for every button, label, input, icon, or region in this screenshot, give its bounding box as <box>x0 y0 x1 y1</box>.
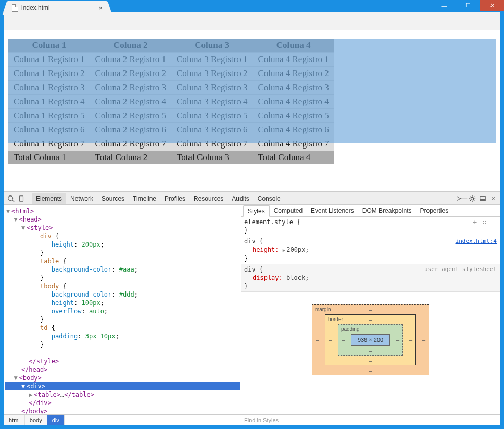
table-header: Coluna 1 <box>8 39 90 53</box>
settings-icon[interactable] <box>468 194 477 203</box>
table-cell: Coluna 3 Registro 6 <box>171 123 253 137</box>
devtools-main: ▼<html> ▼<head> ▼<style> div { height: 2… <box>4 205 500 425</box>
table-row: Coluna 1 Registro 6Coluna 2 Registro 6Co… <box>8 123 334 137</box>
table-row: Coluna 1 Registro 1Coluna 2 Registro 1Co… <box>8 53 334 67</box>
table-row: Coluna 1 Registro 2Coluna 2 Registro 2Co… <box>8 67 334 81</box>
drawer-icon[interactable]: ≻─ <box>457 194 467 203</box>
table-cell: Coluna 4 Registro 3 <box>253 81 334 95</box>
svg-line-9 <box>474 200 474 201</box>
table-header: Coluna 2 <box>90 39 171 53</box>
table-cell: Coluna 2 Registro 6 <box>90 123 171 137</box>
elements-panel: ▼<html> ▼<head> ▼<style> div { height: 2… <box>4 205 241 425</box>
style-rule-div[interactable]: index.html:4 div { height: ▶200px; } <box>241 236 500 264</box>
table-cell: Coluna 2 Registro 4 <box>90 95 171 109</box>
table-cell: Coluna 3 Registro 1 <box>171 53 253 67</box>
table-cell: Coluna 4 Registro 6 <box>253 123 334 137</box>
svg-line-10 <box>470 200 471 201</box>
table-cell: Coluna 1 Registro 7 <box>8 137 90 151</box>
table-cell: Coluna 4 Registro 4 <box>253 95 334 109</box>
find-in-styles[interactable]: Find in Styles <box>241 414 500 425</box>
table-cell: Coluna 1 Registro 4 <box>8 95 90 109</box>
page-viewport: Coluna 1Coluna 2Coluna 3Coluna 4 Coluna … <box>4 30 500 191</box>
file-icon <box>12 4 18 12</box>
table-cell: Coluna 2 Registro 2 <box>90 67 171 81</box>
svg-line-1 <box>12 200 15 202</box>
table-cell: Coluna 3 Registro 7 <box>171 137 253 151</box>
devtools-close-icon[interactable]: × <box>488 194 498 203</box>
svg-point-0 <box>8 195 13 200</box>
table-cell: Coluna 2 Registro 1 <box>90 53 171 67</box>
table-row: Coluna 1 Registro 5Coluna 2 Registro 5Co… <box>8 109 334 123</box>
styles-tab-dom-breakpoints[interactable]: DOM Breakpoints <box>358 205 416 216</box>
dock-icon[interactable] <box>478 194 487 203</box>
table-cell: Coluna 3 Registro 5 <box>171 109 253 123</box>
window-buttons: — ☐ ✕ <box>432 0 504 11</box>
box-model: margin –––– border –––– padding –––– 936… <box>241 292 500 388</box>
data-table: Coluna 1Coluna 2Coluna 3Coluna 4 Coluna … <box>8 39 334 164</box>
devtools-tab-timeline[interactable]: Timeline <box>129 193 160 204</box>
dom-breadcrumb: htmlbodydiv <box>4 414 241 425</box>
table-cell: Coluna 4 Registro 5 <box>253 109 334 123</box>
device-icon[interactable] <box>17 194 26 203</box>
source-link[interactable]: index.html:4 <box>456 237 497 246</box>
styles-tab-properties[interactable]: Properties <box>415 205 452 216</box>
table-cell: Coluna 1 Registro 3 <box>8 81 90 95</box>
inspect-icon[interactable] <box>6 194 16 203</box>
styles-tab-styles[interactable]: Styles <box>243 205 270 217</box>
styles-panel: StylesComputedEvent ListenersDOM Breakpo… <box>241 205 500 425</box>
styles-body[interactable]: +⠶ element.style {} index.html:4 div { h… <box>241 217 500 414</box>
browser-toolbar <box>4 12 500 30</box>
svg-rect-13 <box>480 199 486 201</box>
table-row: Coluna 1 Registro 4Coluna 2 Registro 4Co… <box>8 95 334 109</box>
table-footer-cell: Total Coluna 3 <box>171 151 253 164</box>
table-cell: Coluna 1 Registro 5 <box>8 109 90 123</box>
devtools-tab-profiles[interactable]: Profiles <box>160 193 190 204</box>
table-cell: Coluna 2 Registro 5 <box>90 109 171 123</box>
styles-tabs: StylesComputedEvent ListenersDOM Breakpo… <box>241 205 500 217</box>
svg-line-8 <box>470 196 471 197</box>
table-cell: Coluna 3 Registro 2 <box>171 67 253 81</box>
table-cell: Coluna 1 Registro 1 <box>8 53 90 67</box>
add-rule-icon[interactable]: + <box>473 218 477 227</box>
styles-tab-event-listeners[interactable]: Event Listeners <box>307 205 358 216</box>
devtools-tab-sources[interactable]: Sources <box>97 193 129 204</box>
styles-tab-computed[interactable]: Computed <box>270 205 307 216</box>
breadcrumb-div[interactable]: div <box>47 415 65 425</box>
table-cell: Coluna 2 Registro 7 <box>90 137 171 151</box>
svg-line-11 <box>474 196 474 197</box>
table-row: Coluna 1 Registro 7Coluna 2 Registro 7Co… <box>8 137 334 151</box>
devtools-tab-audits[interactable]: Audits <box>228 193 253 204</box>
dom-tree[interactable]: ▼<html> ▼<head> ▼<style> div { height: 2… <box>4 205 241 414</box>
devtools-tab-network[interactable]: Network <box>66 193 97 204</box>
devtools-tab-console[interactable]: Console <box>254 193 285 204</box>
table-header: Coluna 4 <box>253 39 334 53</box>
minimize-button[interactable]: — <box>432 0 456 11</box>
devtools-tab-elements[interactable]: Elements <box>32 193 66 204</box>
style-rule-element[interactable]: +⠶ element.style {} <box>241 217 500 236</box>
breadcrumb-body[interactable]: body <box>25 415 47 425</box>
table-cell: Coluna 4 Registro 7 <box>253 137 334 151</box>
close-button[interactable]: ✕ <box>480 0 504 11</box>
close-tab-icon[interactable]: × <box>98 4 103 12</box>
devtools-tab-resources[interactable]: Resources <box>190 193 228 204</box>
titlebar: index.html × — ☐ ✕ <box>0 0 504 12</box>
table-cell: Coluna 4 Registro 2 <box>253 67 334 81</box>
toggle-state-icon[interactable]: ⠶ <box>482 218 487 227</box>
table-row: Coluna 1 Registro 3Coluna 2 Registro 3Co… <box>8 81 334 95</box>
table-footer-cell: Total Coluna 2 <box>90 151 171 164</box>
table-footer-cell: Total Coluna 1 <box>8 151 90 164</box>
svg-rect-2 <box>20 195 23 201</box>
table-cell: Coluna 3 Registro 4 <box>171 95 253 109</box>
maximize-button[interactable]: ☐ <box>456 0 480 11</box>
devtools-toolbar: ElementsNetworkSourcesTimelineProfilesRe… <box>4 192 500 205</box>
table-cell: Coluna 2 Registro 3 <box>90 81 171 95</box>
table-header: Coluna 3 <box>171 39 253 53</box>
table-cell: Coluna 4 Registro 1 <box>253 53 334 67</box>
selected-dom-node[interactable]: ▼<div> <box>5 382 240 390</box>
svg-point-3 <box>471 197 473 200</box>
content-frame: Coluna 1Coluna 2Coluna 3Coluna 4 Coluna … <box>4 12 500 425</box>
tab-title: index.html <box>21 4 95 11</box>
table-footer-cell: Total Coluna 4 <box>253 151 334 164</box>
breadcrumb-html[interactable]: html <box>4 415 25 425</box>
browser-window: index.html × — ☐ ✕ Coluna 1Coluna 2Colun… <box>0 0 504 429</box>
